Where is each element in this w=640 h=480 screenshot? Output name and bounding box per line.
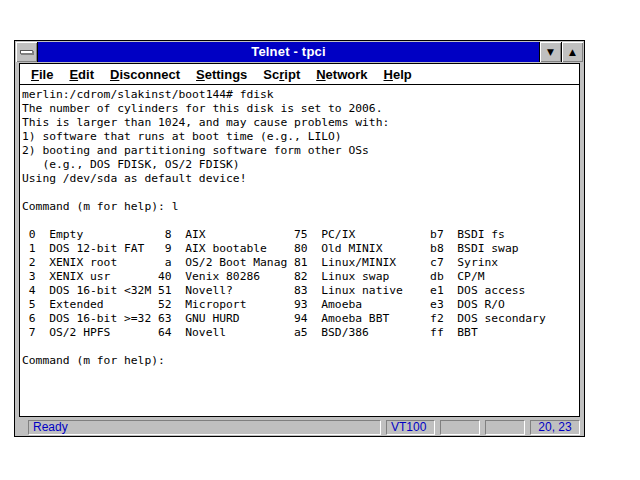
system-menu-button[interactable]: [16, 42, 38, 62]
menu-label-part: D: [110, 67, 119, 82]
menu-label-part: Sc: [263, 67, 279, 82]
menu-label-part: elp: [393, 67, 412, 82]
desktop: Telnet - tpci ▼ ▲ File Edit Disconnect S…: [0, 0, 640, 480]
menu-label-part: F: [31, 67, 39, 82]
telnet-window: Telnet - tpci ▼ ▲ File Edit Disconnect S…: [14, 40, 585, 437]
minimize-icon: ▼: [547, 48, 554, 57]
menu-settings[interactable]: Settings: [188, 67, 255, 82]
status-bar: Ready VT100 20, 23: [19, 419, 580, 435]
menu-help[interactable]: Help: [376, 67, 420, 82]
maximize-icon: ▲: [569, 48, 576, 57]
menu-label-part: etwork: [326, 67, 368, 82]
menu-network[interactable]: Network: [308, 67, 375, 82]
menu-file[interactable]: File: [23, 67, 61, 82]
status-empty-panel-2: [485, 420, 525, 435]
menu-bar: File Edit Disconnect Settings Script Net…: [20, 64, 579, 85]
window-title: Telnet - tpci: [38, 42, 539, 62]
minimize-button[interactable]: ▼: [539, 42, 561, 62]
status-cursor-position: 20, 23: [530, 420, 580, 435]
menu-label-part: ile: [39, 67, 53, 82]
menu-label-part: ipt: [284, 67, 300, 82]
menu-label-part: N: [316, 67, 325, 82]
client-area: File Edit Disconnect Settings Script Net…: [19, 63, 580, 417]
status-empty-panel-1: [440, 420, 480, 435]
maximize-button[interactable]: ▲: [561, 42, 583, 62]
menu-label-part: S: [196, 67, 205, 82]
menu-disconnect[interactable]: Disconnect: [102, 67, 188, 82]
menu-label-part: H: [384, 67, 393, 82]
menu-label-part: dit: [78, 67, 94, 82]
system-menu-icon: [20, 50, 33, 54]
menu-label-part: isconnect: [119, 67, 180, 82]
status-terminal-emulation: VT100: [386, 420, 435, 435]
menu-label-part: E: [69, 67, 78, 82]
menu-script[interactable]: Script: [255, 67, 308, 82]
menu-edit[interactable]: Edit: [61, 67, 102, 82]
terminal-output[interactable]: merlin:/cdrom/slakinst/boot144# fdisk Th…: [20, 85, 579, 416]
menu-label-part: ettings: [205, 67, 248, 82]
status-message: Ready: [28, 420, 381, 435]
title-bar: Telnet - tpci ▼ ▲: [16, 42, 583, 62]
